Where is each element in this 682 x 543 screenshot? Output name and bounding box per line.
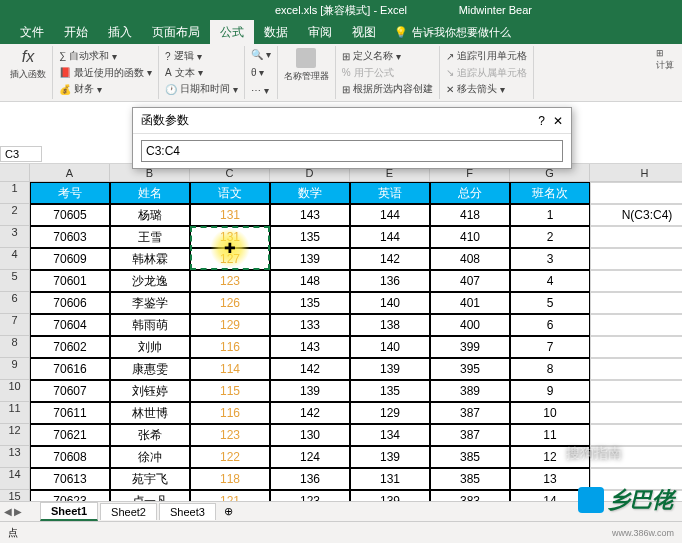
- cell[interactable]: 142: [270, 402, 350, 424]
- cell[interactable]: 133: [270, 314, 350, 336]
- cell[interactable]: 11: [510, 424, 590, 446]
- row-header-1[interactable]: 1: [0, 182, 30, 204]
- cell[interactable]: 114: [190, 358, 270, 380]
- cell[interactable]: [590, 226, 682, 248]
- cell[interactable]: 118: [190, 468, 270, 490]
- cell[interactable]: 408: [430, 248, 510, 270]
- cell[interactable]: 139: [270, 380, 350, 402]
- cell[interactable]: 123: [190, 424, 270, 446]
- cell[interactable]: 127: [190, 248, 270, 270]
- cell[interactable]: 140: [350, 336, 430, 358]
- cell[interactable]: 129: [350, 402, 430, 424]
- cell[interactable]: 131: [190, 204, 270, 226]
- cell[interactable]: 126: [190, 292, 270, 314]
- tab-file[interactable]: 文件: [10, 20, 54, 45]
- cell[interactable]: N(C3:C4): [590, 204, 682, 226]
- cell[interactable]: 122: [190, 446, 270, 468]
- dialog-help-button[interactable]: ?: [538, 114, 545, 128]
- tab-data[interactable]: 数据: [254, 20, 298, 45]
- tab-view[interactable]: 视图: [342, 20, 386, 45]
- trace-dependents-button[interactable]: ↘ 追踪从属单元格: [446, 65, 527, 81]
- tab-layout[interactable]: 页面布局: [142, 20, 210, 45]
- cell[interactable]: 70611: [30, 402, 110, 424]
- cell[interactable]: 407: [430, 270, 510, 292]
- cell[interactable]: 5: [510, 292, 590, 314]
- cell[interactable]: 1: [510, 204, 590, 226]
- cell[interactable]: 143: [270, 204, 350, 226]
- cell[interactable]: 韩林霖: [110, 248, 190, 270]
- cell[interactable]: 400: [430, 314, 510, 336]
- cell[interactable]: 沙龙逸: [110, 270, 190, 292]
- row-header[interactable]: 11: [0, 402, 30, 424]
- row-header[interactable]: 9: [0, 358, 30, 380]
- from-selection-button[interactable]: ⊞ 根据所选内容创建: [342, 81, 433, 97]
- cell[interactable]: 395: [430, 358, 510, 380]
- cell[interactable]: 144: [350, 204, 430, 226]
- dialog-range-input[interactable]: [141, 140, 563, 162]
- cell[interactable]: 考号: [30, 182, 110, 204]
- cell[interactable]: 韩雨萌: [110, 314, 190, 336]
- dialog-close-button[interactable]: ✕: [553, 114, 563, 128]
- cell[interactable]: 70621: [30, 424, 110, 446]
- cell[interactable]: 7: [510, 336, 590, 358]
- autosum-button[interactable]: ∑ 自动求和 ▾: [59, 48, 152, 64]
- cell[interactable]: 134: [350, 424, 430, 446]
- col-header-H[interactable]: H: [590, 164, 682, 182]
- cell[interactable]: 苑宇飞: [110, 468, 190, 490]
- financial-button[interactable]: 💰 财务 ▾: [59, 81, 152, 97]
- cell[interactable]: 总分: [430, 182, 510, 204]
- cell[interactable]: 英语: [350, 182, 430, 204]
- recent-functions-button[interactable]: 📕 最近使用的函数 ▾: [59, 65, 152, 81]
- cell[interactable]: 130: [270, 424, 350, 446]
- row-header[interactable]: 5: [0, 270, 30, 292]
- row-header[interactable]: 4: [0, 248, 30, 270]
- define-name-button[interactable]: ⊞ 定义名称 ▾: [342, 48, 433, 64]
- cell[interactable]: 70609: [30, 248, 110, 270]
- row-header[interactable]: 6: [0, 292, 30, 314]
- cell[interactable]: 康惠雯: [110, 358, 190, 380]
- math-button[interactable]: θ ▾: [251, 66, 271, 79]
- sheet-nav[interactable]: ◀▶: [4, 506, 22, 517]
- cell[interactable]: 70605: [30, 204, 110, 226]
- row-header[interactable]: 14: [0, 468, 30, 490]
- cell[interactable]: 143: [270, 336, 350, 358]
- cell[interactable]: 林世博: [110, 402, 190, 424]
- insert-function-button[interactable]: fx 插入函数: [10, 48, 46, 81]
- datetime-button[interactable]: 🕐 日期和时间 ▾: [165, 81, 238, 97]
- cell[interactable]: 70604: [30, 314, 110, 336]
- cell[interactable]: 418: [430, 204, 510, 226]
- sheet-tab-3[interactable]: Sheet3: [159, 503, 216, 520]
- text-button[interactable]: A 文本 ▾: [165, 65, 238, 81]
- cell[interactable]: [590, 182, 682, 204]
- cell[interactable]: 385: [430, 446, 510, 468]
- cell[interactable]: 8: [510, 358, 590, 380]
- cell[interactable]: 徐冲: [110, 446, 190, 468]
- cell[interactable]: 124: [270, 446, 350, 468]
- row-header[interactable]: 3: [0, 226, 30, 248]
- add-sheet-button[interactable]: ⊕: [218, 505, 239, 518]
- cell[interactable]: 70606: [30, 292, 110, 314]
- row-header[interactable]: 10: [0, 380, 30, 402]
- cell[interactable]: 70603: [30, 226, 110, 248]
- cell[interactable]: 10: [510, 402, 590, 424]
- cell[interactable]: [590, 402, 682, 424]
- tab-home[interactable]: 开始: [54, 20, 98, 45]
- cell[interactable]: 115: [190, 380, 270, 402]
- cell[interactable]: 王雪: [110, 226, 190, 248]
- row-header[interactable]: 13: [0, 446, 30, 468]
- name-box[interactable]: [0, 146, 42, 162]
- row-header[interactable]: 12: [0, 424, 30, 446]
- cell[interactable]: [590, 336, 682, 358]
- use-formula-button[interactable]: % 用于公式: [342, 65, 433, 81]
- tab-review[interactable]: 审阅: [298, 20, 342, 45]
- cell[interactable]: 数学: [270, 182, 350, 204]
- cell[interactable]: 135: [270, 292, 350, 314]
- cell[interactable]: 李鉴学: [110, 292, 190, 314]
- cell[interactable]: 姓名: [110, 182, 190, 204]
- cell[interactable]: 410: [430, 226, 510, 248]
- cell[interactable]: 144: [350, 226, 430, 248]
- more-fn-button[interactable]: ⋯ ▾: [251, 84, 271, 97]
- function-arguments-dialog[interactable]: 函数参数 ? ✕: [132, 107, 572, 169]
- cell[interactable]: 杨璐: [110, 204, 190, 226]
- tab-formula[interactable]: 公式: [210, 20, 254, 45]
